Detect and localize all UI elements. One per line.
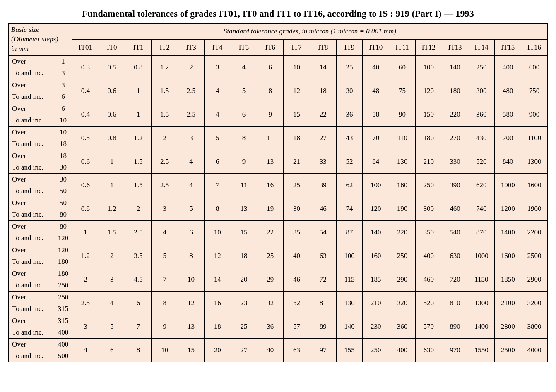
- tolerance-value: 1600: [521, 173, 548, 197]
- tolerance-value: 140: [442, 55, 468, 79]
- over-value: 400: [54, 338, 72, 350]
- tolerance-value: 13: [178, 315, 205, 338]
- tolerance-value: 58: [363, 103, 389, 126]
- tolerance-value: 1200: [495, 197, 521, 220]
- tolerance-value: 5: [152, 244, 178, 268]
- tolerance-value: 9: [257, 103, 284, 126]
- tolerance-value: 19: [257, 197, 284, 220]
- tolerance-value: 20: [204, 338, 231, 362]
- over-value: 250: [54, 291, 72, 303]
- tolerance-value: 115: [336, 268, 363, 291]
- tolerance-value: 4: [231, 55, 257, 79]
- tolerance-value: 14: [204, 268, 231, 291]
- tolerance-value: 9: [231, 150, 257, 173]
- tolerance-value: 8: [178, 244, 205, 268]
- tolerance-value: 16: [204, 291, 231, 315]
- tolerance-value: 430: [468, 126, 495, 150]
- tolerance-value: 1: [125, 103, 152, 126]
- tolerance-value: 40: [363, 55, 389, 79]
- to-inc-value: 3: [54, 67, 72, 79]
- tolerance-value: 16: [257, 173, 284, 197]
- tolerance-value: 0.4: [72, 79, 99, 103]
- tolerance-value: 7: [125, 315, 152, 338]
- tolerance-value: 46: [310, 197, 336, 220]
- tolerance-value: 0.8: [72, 197, 99, 220]
- tolerance-value: 0.8: [99, 126, 125, 150]
- tolerance-value: 2.5: [178, 79, 205, 103]
- grades-span-header: Standard tolerance grades, in micron (1 …: [72, 24, 548, 40]
- over-value: 180: [54, 268, 72, 280]
- grade-header: IT14: [468, 39, 495, 55]
- tolerance-value: 0.8: [125, 55, 152, 79]
- tolerance-value: 2200: [521, 220, 548, 244]
- tolerance-value: 8: [231, 126, 257, 150]
- tolerance-value: 120: [363, 197, 389, 220]
- tolerance-value: 6: [204, 150, 231, 173]
- to-inc-label: To and inc.: [9, 91, 54, 103]
- grade-header: IT5: [231, 39, 257, 55]
- tolerance-value: 0.4: [72, 103, 99, 126]
- tolerance-value: 12: [178, 291, 205, 315]
- tolerance-value: 1: [99, 173, 125, 197]
- tolerance-value: 97: [310, 338, 336, 362]
- tolerance-value: 18: [310, 79, 336, 103]
- tolerance-value: 8: [257, 79, 284, 103]
- tolerance-value: 3: [204, 55, 231, 79]
- tolerance-value: 460: [415, 268, 442, 291]
- to-inc-label: To and inc.: [9, 280, 54, 292]
- tolerance-value: 20: [231, 268, 257, 291]
- tolerance-value: 250: [363, 338, 389, 362]
- tolerance-value: 1.5: [125, 173, 152, 197]
- basic-size-line1: Basic size: [11, 26, 39, 33]
- tolerance-value: 7: [152, 268, 178, 291]
- over-value: 18: [54, 150, 72, 162]
- tolerance-value: 270: [442, 126, 468, 150]
- tolerance-value: 1300: [521, 150, 548, 173]
- tolerance-value: 3: [72, 315, 99, 338]
- tolerance-value: 15: [284, 103, 310, 126]
- tolerance-table: Basic size (Diameter steps) in mm Standa…: [8, 23, 548, 362]
- tolerance-value: 160: [363, 244, 389, 268]
- over-value: 10: [54, 126, 72, 138]
- to-inc-value: 10: [54, 115, 72, 127]
- tolerance-value: 120: [415, 79, 442, 103]
- tolerance-value: 54: [310, 220, 336, 244]
- tolerance-value: 2: [72, 268, 99, 291]
- tolerance-value: 250: [468, 55, 495, 79]
- tolerance-value: 720: [442, 268, 468, 291]
- tolerance-value: 18: [231, 244, 257, 268]
- tolerance-value: 520: [415, 291, 442, 315]
- tolerance-value: 4: [204, 103, 231, 126]
- to-inc-value: 30: [54, 162, 72, 174]
- tolerance-value: 2.5: [152, 173, 178, 197]
- tolerance-value: 75: [389, 79, 416, 103]
- tolerance-value: 12: [204, 244, 231, 268]
- tolerance-value: 700: [495, 126, 521, 150]
- tolerance-value: 13: [231, 197, 257, 220]
- tolerance-value: 890: [442, 315, 468, 338]
- over-label: Over: [9, 268, 54, 280]
- tolerance-value: 250: [415, 173, 442, 197]
- over-label: Over: [9, 291, 54, 303]
- tolerance-value: 220: [389, 220, 416, 244]
- tolerance-value: 40: [257, 338, 284, 362]
- tolerance-value: 70: [363, 126, 389, 150]
- tolerance-value: 1.5: [125, 150, 152, 173]
- tolerance-value: 1550: [468, 338, 495, 362]
- tolerance-value: 0.5: [72, 126, 99, 150]
- tolerance-value: 210: [363, 291, 389, 315]
- to-inc-label: To and inc.: [9, 256, 54, 268]
- tolerance-value: 4: [204, 79, 231, 103]
- tolerance-value: 30: [336, 79, 363, 103]
- tolerance-value: 1150: [468, 268, 495, 291]
- over-label: Over: [9, 126, 54, 138]
- tolerance-value: 390: [442, 173, 468, 197]
- tolerance-value: 2.5: [72, 291, 99, 315]
- grade-header: IT12: [415, 39, 442, 55]
- to-inc-label: To and inc.: [9, 209, 54, 221]
- tolerance-value: 400: [495, 55, 521, 79]
- tolerance-value: 3: [99, 268, 125, 291]
- tolerance-value: 210: [415, 150, 442, 173]
- tolerance-value: 180: [415, 126, 442, 150]
- tolerance-value: 12: [284, 79, 310, 103]
